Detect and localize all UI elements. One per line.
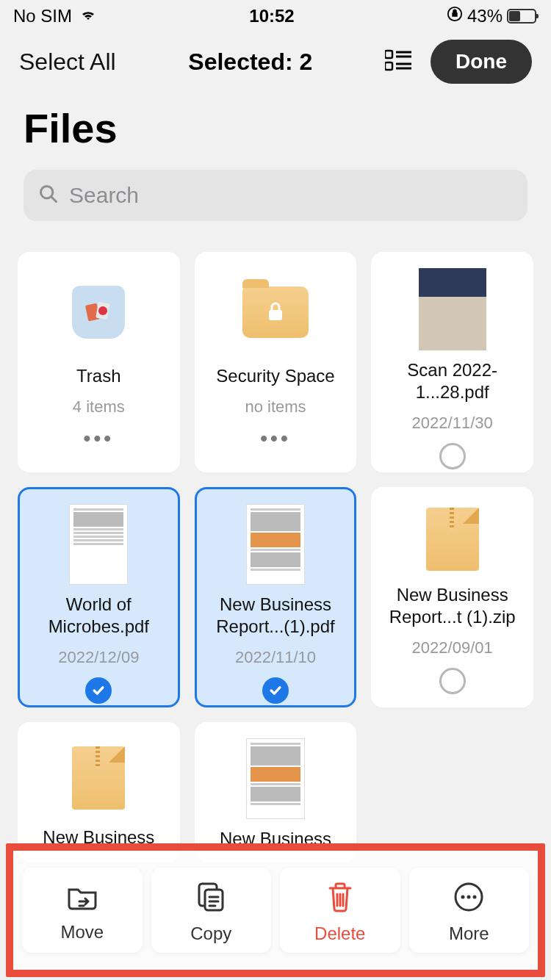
orientation-lock-icon bbox=[447, 6, 463, 26]
svg-rect-14 bbox=[205, 890, 223, 910]
file-item-trash[interactable]: Trash 4 items ••• bbox=[18, 252, 180, 472]
svg-point-20 bbox=[467, 896, 471, 899]
search-placeholder: Search bbox=[69, 183, 139, 208]
file-item-scan-pdf[interactable]: Scan 2022-1...28.pdf 2022/11/30 bbox=[371, 252, 533, 472]
search-icon bbox=[38, 184, 59, 207]
delete-button[interactable]: Delete bbox=[280, 868, 400, 953]
wifi-icon bbox=[79, 7, 97, 26]
folder-lock-icon bbox=[242, 287, 309, 338]
file-subtitle: 2022/11/30 bbox=[412, 414, 493, 433]
done-button[interactable]: Done bbox=[431, 40, 532, 84]
move-folder-icon bbox=[66, 882, 98, 915]
move-button[interactable]: Move bbox=[22, 868, 143, 953]
file-subtitle: 2022/09/01 bbox=[412, 638, 493, 657]
action-label: Copy bbox=[190, 923, 231, 944]
checkbox-checked-icon[interactable] bbox=[85, 677, 112, 704]
more-button[interactable]: More bbox=[409, 868, 530, 953]
file-item-partial-zip[interactable]: New Business bbox=[18, 722, 180, 862]
carrier-text: No SIM bbox=[13, 6, 72, 26]
checkbox-empty-icon[interactable] bbox=[439, 668, 466, 694]
file-title: Security Space bbox=[216, 365, 334, 387]
checkbox-checked-icon[interactable] bbox=[262, 677, 289, 704]
file-title: New Business Report...(1).pdf bbox=[204, 594, 347, 638]
file-subtitle: 4 items bbox=[73, 397, 125, 417]
action-bar: Move Copy Delete More bbox=[22, 868, 529, 953]
more-icon bbox=[453, 881, 485, 916]
svg-rect-1 bbox=[385, 51, 392, 58]
list-view-toggle[interactable] bbox=[385, 49, 413, 74]
file-title: Trash bbox=[76, 365, 120, 387]
pdf-thumb-icon bbox=[69, 504, 128, 585]
selection-count: Selected: 2 bbox=[188, 48, 312, 76]
file-subtitle: 2022/12/09 bbox=[58, 648, 139, 667]
file-item-business-report-pdf[interactable]: New Business Report...(1).pdf 2022/11/10 bbox=[195, 487, 357, 707]
copy-icon bbox=[195, 881, 227, 916]
svg-point-11 bbox=[98, 306, 107, 315]
svg-rect-4 bbox=[385, 62, 392, 70]
zip-file-icon bbox=[72, 746, 125, 810]
trash-icon bbox=[72, 286, 125, 339]
trash-icon bbox=[325, 881, 355, 916]
checkbox-empty-icon[interactable] bbox=[439, 443, 466, 469]
photo-thumb-icon bbox=[419, 268, 486, 350]
file-item-business-report-zip[interactable]: New Business Report...t (1).zip 2022/09/… bbox=[371, 487, 533, 707]
file-title: New Business Report...t (1).zip bbox=[380, 584, 525, 628]
battery-text: 43% bbox=[467, 6, 503, 26]
file-item-partial-pdf[interactable]: New Business bbox=[195, 722, 357, 862]
action-bar-highlight: Move Copy Delete More bbox=[6, 843, 545, 977]
file-grid: Trash 4 items ••• Security Space no item… bbox=[0, 221, 551, 862]
more-dots-icon[interactable]: ••• bbox=[84, 427, 114, 450]
selection-toolbar: Select All Selected: 2 Done bbox=[0, 32, 551, 91]
file-item-microbes-pdf[interactable]: World of Microbes.pdf 2022/12/09 bbox=[18, 487, 180, 707]
action-label: Delete bbox=[314, 923, 365, 944]
pdf-thumb-icon bbox=[246, 738, 305, 819]
file-subtitle: no items bbox=[245, 397, 306, 417]
search-input[interactable]: Search bbox=[24, 170, 527, 221]
status-bar: No SIM 10:52 43% bbox=[0, 0, 551, 32]
copy-button[interactable]: Copy bbox=[151, 868, 272, 953]
svg-rect-12 bbox=[269, 310, 282, 320]
clock: 10:52 bbox=[249, 6, 294, 26]
svg-point-21 bbox=[473, 896, 477, 899]
file-title: Scan 2022-1...28.pdf bbox=[380, 359, 525, 403]
page-title: Files bbox=[0, 91, 551, 170]
pdf-thumb-icon bbox=[246, 504, 305, 585]
action-label: Move bbox=[60, 922, 104, 943]
file-title: World of Microbes.pdf bbox=[27, 594, 170, 638]
action-label: More bbox=[449, 923, 489, 944]
select-all-button[interactable]: Select All bbox=[19, 48, 116, 76]
svg-point-19 bbox=[461, 896, 465, 899]
file-subtitle: 2022/11/10 bbox=[235, 648, 316, 667]
zip-file-icon bbox=[426, 508, 479, 571]
svg-line-8 bbox=[51, 197, 57, 202]
more-dots-icon[interactable]: ••• bbox=[260, 427, 290, 450]
battery-icon bbox=[507, 9, 536, 24]
file-item-security-space[interactable]: Security Space no items ••• bbox=[195, 252, 357, 472]
